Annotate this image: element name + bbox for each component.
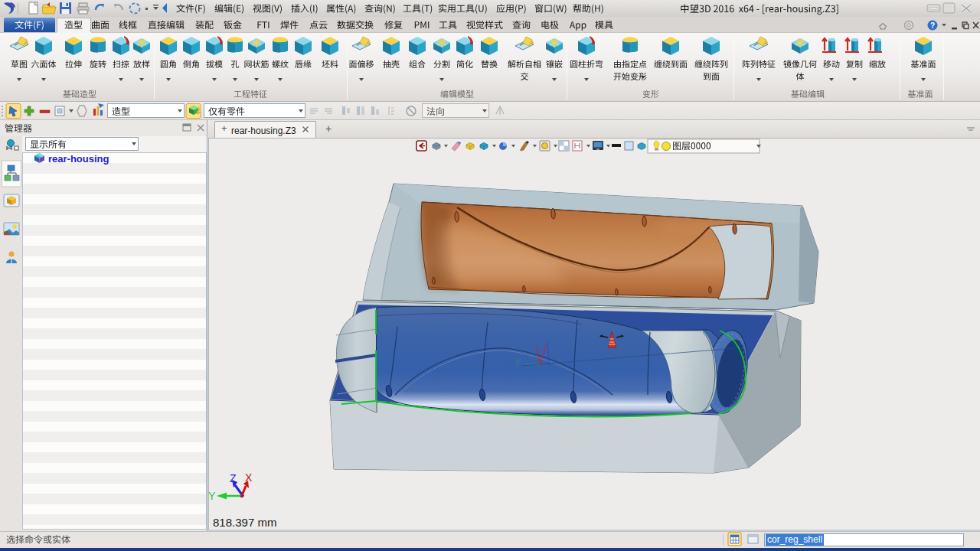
svg-text:Z: Z <box>230 472 237 484</box>
svg-text:X: X <box>245 471 253 484</box>
svg-text:Y: Y <box>208 490 216 502</box>
